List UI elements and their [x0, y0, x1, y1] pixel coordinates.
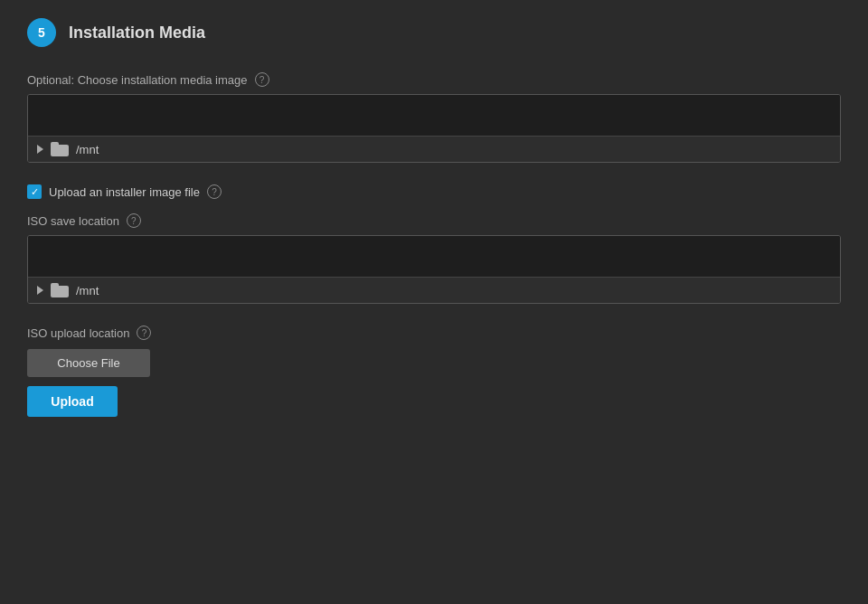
media-image-label: Optional: Choose installation media imag…: [27, 72, 841, 87]
iso-save-folder-icon: [51, 283, 69, 297]
tree-expand-arrow: [37, 145, 43, 154]
iso-save-help-icon[interactable]: ?: [127, 213, 141, 228]
folder-icon: [51, 142, 69, 156]
upload-checkbox-label: Upload an installer image file: [49, 185, 200, 199]
upload-checkbox[interactable]: ✓: [27, 184, 42, 199]
media-image-empty-area: [28, 95, 840, 136]
iso-save-browser[interactable]: /mnt: [27, 235, 841, 304]
page-header: 5 Installation Media: [27, 18, 841, 47]
iso-upload-help-icon[interactable]: ?: [137, 326, 151, 340]
media-image-section: Optional: Choose installation media imag…: [27, 72, 841, 163]
step-badge: 5: [27, 18, 56, 47]
media-image-folder-label: /mnt: [76, 143, 99, 156]
choose-file-button[interactable]: Choose File: [27, 349, 150, 377]
iso-save-tree-arrow: [37, 286, 43, 295]
media-image-mnt-row[interactable]: /mnt: [28, 136, 840, 162]
iso-upload-section: ISO upload location ? Choose File Upload: [27, 326, 841, 417]
iso-upload-label: ISO upload location ?: [27, 326, 841, 340]
page-title: Installation Media: [69, 24, 205, 42]
media-image-help-icon[interactable]: ?: [255, 72, 269, 87]
iso-save-mnt-row[interactable]: /mnt: [28, 277, 840, 303]
iso-save-label: ISO save location ?: [27, 213, 841, 228]
upload-checkbox-row[interactable]: ✓ Upload an installer image file ?: [27, 184, 841, 199]
iso-save-empty-area: [28, 236, 840, 277]
checkmark-icon: ✓: [31, 187, 39, 197]
iso-upload-buttons: Choose File Upload: [27, 349, 841, 417]
iso-save-section: ISO save location ? /mnt: [27, 213, 841, 304]
upload-checkbox-help-icon[interactable]: ?: [207, 184, 222, 199]
iso-save-folder-label: /mnt: [76, 284, 99, 297]
media-image-browser[interactable]: /mnt: [27, 94, 841, 163]
upload-button[interactable]: Upload: [27, 386, 118, 417]
